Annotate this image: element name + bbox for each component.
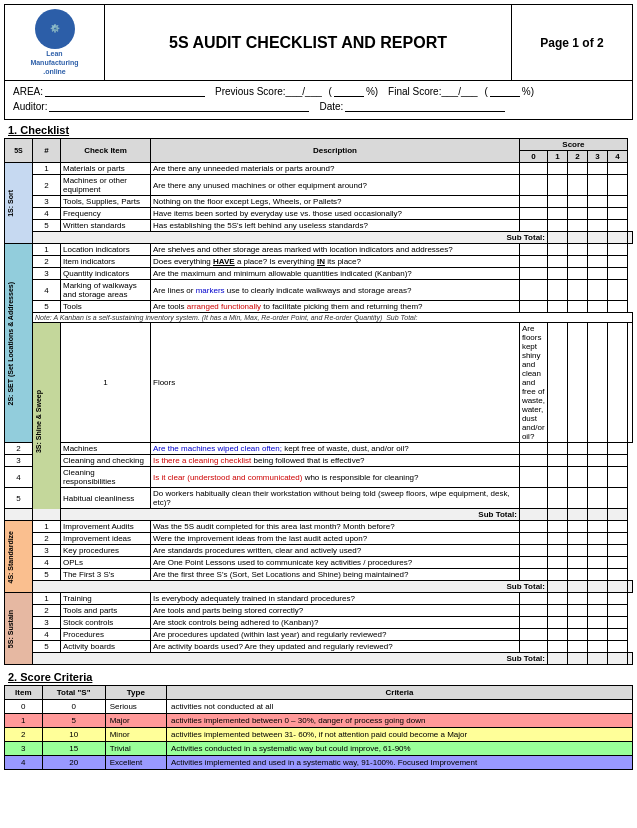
subtotal-row: Sub Total: <box>5 509 633 521</box>
logo-text: Lean Manufacturing .online <box>30 49 78 76</box>
col-header-num: # <box>33 139 61 163</box>
table-row: 5 Tools Are tools arranged functionally … <box>5 301 633 313</box>
score-col-4: 4 <box>608 151 628 163</box>
criteria-row: 2 10 Minor activities implemented betwee… <box>5 728 633 742</box>
logo-icon: ⚙️ <box>35 9 75 49</box>
criteria-col-total: Total "S" <box>42 686 105 700</box>
document-title: 5S AUDIT CHECKLIST AND REPORT <box>105 5 512 80</box>
table-row: 5 Habitual cleanliness Do workers habitu… <box>5 488 633 509</box>
table-row: 3 Quantity indicators Are the maximum an… <box>5 268 633 280</box>
score-criteria-title: 2. Score Criteria <box>8 671 633 683</box>
table-row: 3 Cleaning and checking Is there a clean… <box>5 455 633 467</box>
col-header-score: Score <box>519 139 627 151</box>
col-header-check: Check Item <box>61 139 151 163</box>
subtotal-row: Sub Total: <box>5 653 633 665</box>
score-col-2: 2 <box>568 151 588 163</box>
note-row: Note: A Kanban is a self-sustaining inve… <box>5 313 633 323</box>
shine-label: 3S: Shine & Sweep <box>33 323 61 521</box>
page-header: ⚙️ Lean Manufacturing .online 5S AUDIT C… <box>4 4 633 81</box>
checklist-table: 5S # Check Item Description Score 0 1 2 … <box>4 138 633 665</box>
table-row: 4 Cleaning responsibilities Is it clear … <box>5 467 633 488</box>
table-row: 3S: Shine & Sweep 1 Floors Are floors ke… <box>5 323 633 443</box>
info-section: AREA: Previous Score:___/___ ( %) Final … <box>4 81 633 120</box>
subtotal-row: Sub Total: <box>5 581 633 593</box>
score-col-1: 1 <box>548 151 568 163</box>
set-label: 2S: SET (Set Locations & Addresses) <box>5 244 33 443</box>
checklist-title: 1. Checklist <box>8 124 633 136</box>
info-row-2: Auditor: Date: <box>13 100 624 112</box>
prev-score-field: Previous Score:___/___ ( %) <box>215 85 378 97</box>
criteria-row: 4 20 Excellent Activities implemented an… <box>5 756 633 770</box>
table-row: 4 Procedures Are procedures updated (wit… <box>5 629 633 641</box>
table-row: 1S: Sort 1 Materials or parts Are there … <box>5 163 633 175</box>
score-col-3: 3 <box>588 151 608 163</box>
table-row: 5 Activity boards Are activity boards us… <box>5 641 633 653</box>
standardize-label: 4S: Standardize <box>5 521 33 593</box>
criteria-row: 1 5 Major activities implemented between… <box>5 714 633 728</box>
criteria-col-type: Type <box>105 686 166 700</box>
criteria-row: 3 15 Trivial Activities conducted in a s… <box>5 742 633 756</box>
area-field: AREA: <box>13 85 205 97</box>
criteria-col-criteria: Criteria <box>167 686 633 700</box>
final-score-field: Final Score:___/___ ( %) <box>388 85 534 97</box>
table-row: 5S: Sustain 1 Training Is everybody adeq… <box>5 593 633 605</box>
subtotal-row: Sub Total: <box>5 232 633 244</box>
sort-label: 1S: Sort <box>5 163 33 244</box>
table-row: 2 Item indicators Does everything HAVE a… <box>5 256 633 268</box>
auditor-field: Auditor: <box>13 100 309 112</box>
info-row-1: AREA: Previous Score:___/___ ( %) Final … <box>13 85 624 97</box>
table-row: 3 Key procedures Are standards procedure… <box>5 545 633 557</box>
table-row: 5 The First 3 S's Are the first three S'… <box>5 569 633 581</box>
criteria-col-item: Item <box>5 686 43 700</box>
sustain-label: 5S: Sustain <box>5 593 33 665</box>
logo-section: ⚙️ Lean Manufacturing .online <box>5 5 105 80</box>
col-header-5s: 5S <box>5 139 33 163</box>
table-row: 2S: SET (Set Locations & Addresses) 1 Lo… <box>5 244 633 256</box>
criteria-row: 0 0 Serious activities not conducted at … <box>5 700 633 714</box>
table-row: 2 Tools and parts Are tools and parts be… <box>5 605 633 617</box>
page-number: Page 1 of 2 <box>512 5 632 80</box>
table-row: 3 Stock controls Are stock controls bein… <box>5 617 633 629</box>
date-field: Date: <box>319 100 505 112</box>
table-row: 2 Improvement ideas Were the improvement… <box>5 533 633 545</box>
table-row: 2 Machines or other equipment Are there … <box>5 175 633 196</box>
table-row: 5 Written standards Has establishing the… <box>5 220 633 232</box>
table-row: 4 OPLs Are One Point Lessons used to com… <box>5 557 633 569</box>
table-row: 3 Tools, Supplies, Parts Nothing on the … <box>5 196 633 208</box>
table-row: 4 Marking of walkways and storage areas … <box>5 280 633 301</box>
table-row: 4S: Standardize 1 Improvement Audits Was… <box>5 521 633 533</box>
col-header-desc: Description <box>151 139 520 163</box>
score-col-0: 0 <box>519 151 547 163</box>
table-row: 4 Frequency Have items been sorted by ev… <box>5 208 633 220</box>
table-row: 2 Machines Are the machines wiped clean … <box>5 443 633 455</box>
criteria-table: Item Total "S" Type Criteria 0 0 Serious… <box>4 685 633 770</box>
